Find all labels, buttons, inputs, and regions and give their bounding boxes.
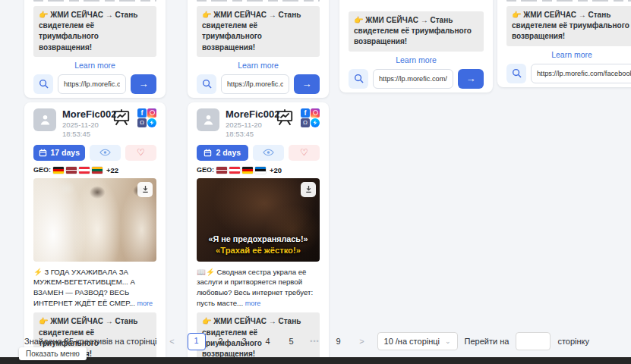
audience-network-icon[interactable] (137, 118, 147, 127)
learn-more-link[interactable]: Learn more (33, 60, 156, 71)
open-url-button[interactable]: → (294, 74, 320, 94)
views-button[interactable] (253, 145, 284, 161)
open-url-button[interactable]: → (458, 69, 484, 89)
messenger-icon[interactable] (147, 118, 156, 127)
download-icon (141, 185, 150, 193)
heart-icon: ♡ (300, 148, 308, 157)
next-page-icon[interactable]: > (354, 334, 371, 350)
creative-card-clipped-3: ИНТЕРНЕТ ЖДЁТ ЕЁ СМЕР... more 👉 ЖМИ СЕЙЧ… (339, 0, 493, 93)
views-button[interactable] (90, 145, 121, 161)
goto-prefix: Перейти на (465, 337, 510, 346)
goto-page-input[interactable] (516, 332, 551, 350)
advertiser-info: MoreFic002 2025-11-20 18:53:45 (226, 108, 276, 139)
flag-estonia-icon (255, 167, 266, 174)
advertiser-avatar (33, 108, 56, 131)
page-size-select[interactable]: 10 /на сторінці ⌄ (377, 332, 458, 350)
page-4[interactable]: 4 (260, 334, 276, 350)
facebook-icon[interactable] (137, 108, 147, 118)
image-caption-line1: «Я не предохранялась!» (198, 234, 318, 245)
column-1: 👉 ЖМИ СЕЙЧАС → Стань свидетелем её триум… (24, 0, 166, 364)
pages-ellipsis[interactable]: ••• (307, 334, 323, 350)
creative-card-2: MoreFic002 2025-11-20 18:53:45 (188, 102, 329, 364)
page-9[interactable]: 9 (330, 334, 347, 350)
flag-germany-icon (53, 167, 64, 174)
flag-latvia-icon (66, 167, 77, 174)
facebook-icon[interactable] (301, 108, 310, 118)
audience-network-icon[interactable] (301, 118, 310, 127)
geo-row: GEO: +20 (197, 166, 320, 174)
url-row: → (349, 69, 484, 89)
page-1[interactable]: 1 (188, 333, 206, 350)
messenger-icon[interactable] (311, 118, 320, 127)
landing-url-input[interactable] (221, 74, 289, 94)
landing-url-input[interactable] (373, 69, 453, 89)
creative-card-clipped-2: 👉 ЖМИ СЕЙЧАС → Стань свидетелем её триум… (188, 0, 329, 98)
flag-latvia-icon (216, 167, 227, 174)
ad-spy-creatives-page: 👉 ЖМИ СЕЙЧАС → Стань свидетелем её триум… (0, 0, 631, 364)
image-download-button[interactable] (301, 182, 316, 197)
clipped-text-remnant (33, 0, 156, 2)
clipped-text-remnant (506, 0, 631, 2)
landing-url-input[interactable] (531, 64, 631, 83)
image-caption: «Я не предохранялась!» «Трахай её жёстко… (198, 234, 318, 256)
instagram-icon[interactable] (147, 108, 156, 118)
social-networks (301, 108, 320, 127)
prev-page-icon[interactable]: < (164, 334, 181, 350)
presentation-chart-icon (276, 108, 294, 129)
flag-germany-icon (242, 167, 253, 174)
duration-button[interactable]: 2 days (197, 145, 248, 161)
arrow-right-icon: → (139, 78, 149, 89)
open-url-button[interactable]: → (131, 74, 156, 94)
geo-more-count[interactable]: +22 (106, 166, 118, 174)
show-menu-button[interactable]: Показать меню (19, 347, 87, 360)
ad-body-content: ⚡ 3 ГОДА УХАЖИВАЛА ЗА МУЖЕМ-ВЕГЕТАТИВЦЕМ… (33, 268, 135, 307)
card-actions: 2 days ♡ (197, 145, 320, 161)
pagination-bar: Знайдено 85 креативів на сторінці < 1 2 … (24, 332, 589, 350)
page-2[interactable]: 2 (213, 334, 229, 350)
card-header: MoreFic002 2025-11-20 18:53:45 (197, 108, 320, 139)
duration-label: 2 days (216, 148, 241, 157)
learn-more-link[interactable]: Learn more (506, 49, 631, 60)
image-download-button[interactable] (137, 182, 153, 197)
favorite-button[interactable]: ♡ (289, 145, 320, 161)
landing-url-input[interactable] (58, 74, 126, 94)
creative-image-rain-glass-scene[interactable]: «Я не предохранялась!» «Трахай её жёстко… (197, 178, 320, 262)
search-icon[interactable] (33, 74, 53, 94)
flag-austria-icon (79, 167, 90, 174)
duration-button[interactable]: 17 days (33, 145, 85, 161)
column-2: 👉 ЖМИ СЕЙЧАС → Стань свидетелем её триум… (188, 0, 329, 364)
creative-image-wedding-scene[interactable] (33, 178, 156, 262)
geo-label: GEO: (33, 166, 51, 174)
more-link[interactable]: more (137, 300, 153, 307)
ad-cta-text: 👉 ЖМИ СЕЙЧАС → Стань свидетелем её триум… (349, 11, 484, 52)
results-count: Знайдено 85 креативів на сторінці (24, 337, 157, 346)
learn-more-link[interactable]: Learn more (197, 60, 320, 71)
search-icon[interactable] (197, 74, 216, 94)
social-networks (137, 108, 156, 127)
ad-body-text: ⚡ 3 ГОДА УХАЖИВАЛА ЗА МУЖЕМ-ВЕГЕТАТИВЦЕМ… (33, 267, 156, 309)
duration-label: 17 days (51, 148, 80, 157)
geo-more-count[interactable]: +20 (270, 166, 282, 174)
search-icon[interactable] (506, 64, 526, 83)
creative-card-clipped-4: 👉 ЖМИ СЕЙЧАС → Стань свидетелем её триум… (497, 0, 631, 87)
url-row: → (197, 74, 320, 94)
goto-suffix: сторінку (557, 337, 589, 346)
bottom-dark-bar (0, 357, 631, 364)
image-caption-line2: «Трахай её жёстко!» (198, 245, 318, 256)
learn-more-link[interactable]: Learn more (349, 55, 484, 65)
placement-icons (112, 108, 156, 129)
favorite-button[interactable]: ♡ (125, 145, 156, 161)
search-icon[interactable] (349, 69, 368, 89)
page-3[interactable]: 3 (236, 334, 253, 350)
url-row: → (506, 64, 631, 83)
eye-icon (263, 149, 274, 156)
more-link[interactable]: more (245, 300, 261, 307)
clipped-text-remnant (197, 0, 320, 2)
advertiser-name: MoreFic002 (226, 108, 276, 120)
instagram-icon[interactable] (311, 108, 320, 118)
heart-icon: ♡ (137, 148, 145, 157)
arrow-right-icon: → (302, 78, 312, 89)
page-5[interactable]: 5 (283, 334, 300, 350)
ad-body-text: 📖⚡ Сводная сестра украла её заслуги и пр… (197, 267, 320, 309)
geo-flags (216, 167, 266, 174)
